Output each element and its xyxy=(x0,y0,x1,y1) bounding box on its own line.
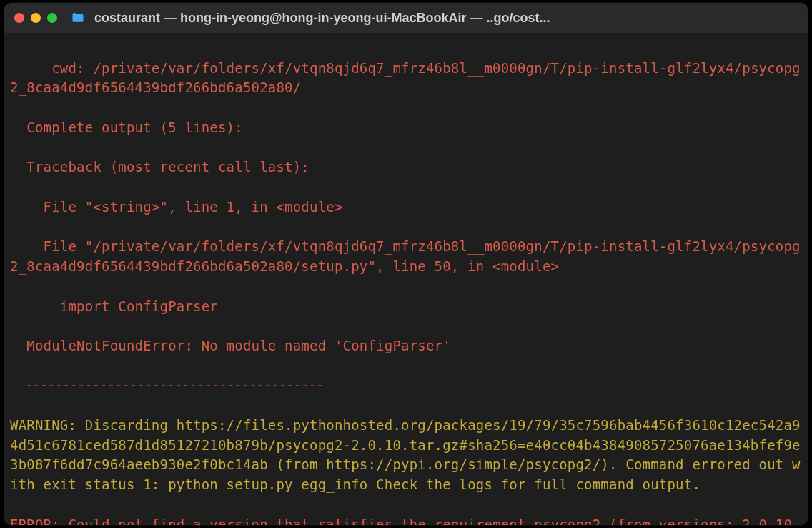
output-line: import ConfigParser xyxy=(10,297,802,317)
output-line: File "/private/var/folders/xf/vtqn8qjd6q… xyxy=(10,237,802,276)
output-line: Complete output (5 lines): xyxy=(10,118,802,138)
maximize-button[interactable] xyxy=(47,13,57,23)
warning-line: WARNING: Discarding https://files.python… xyxy=(10,416,802,495)
window-title: costaurant — hong-in-yeong@hong-in-yeong… xyxy=(94,11,550,26)
output-line: File "<string>", line 1, in <module> xyxy=(10,197,802,217)
output-line: cwd: /private/var/folders/xf/vtqn8qjd6q7… xyxy=(10,59,802,98)
divider-line: ---------------------------------------- xyxy=(10,376,802,396)
minimize-button[interactable] xyxy=(31,13,41,23)
output-line: ModuleNotFoundError: No module named 'Co… xyxy=(10,336,802,356)
error-line: ERROR: Could not find a version that sat… xyxy=(10,515,802,525)
output-line: Traceback (most recent call last): xyxy=(10,157,802,177)
folder-icon xyxy=(71,11,85,25)
titlebar[interactable]: costaurant — hong-in-yeong@hong-in-yeong… xyxy=(4,3,808,33)
close-button[interactable] xyxy=(14,13,24,23)
terminal-content[interactable]: cwd: /private/var/folders/xf/vtqn8qjd6q7… xyxy=(4,33,808,525)
terminal-window: costaurant — hong-in-yeong@hong-in-yeong… xyxy=(4,3,808,525)
